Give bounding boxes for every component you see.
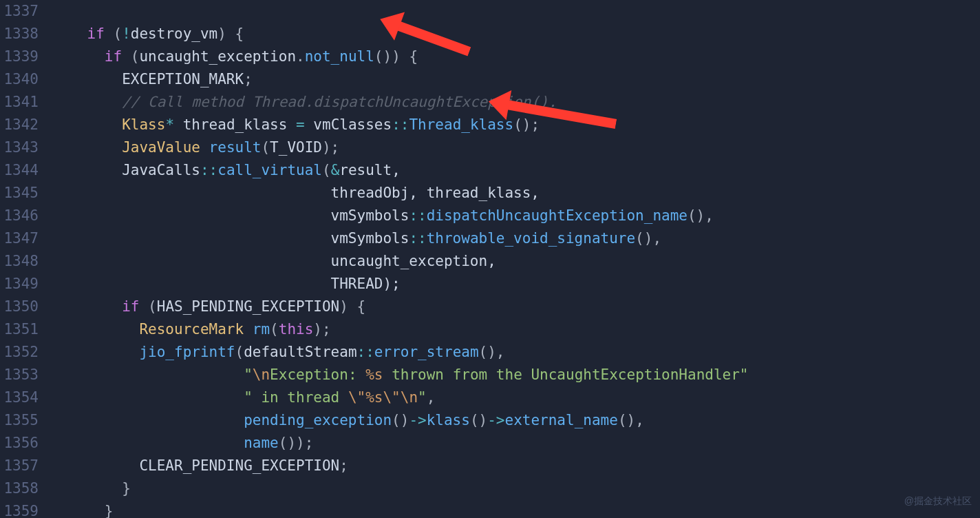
token-ident: T_VOID (270, 139, 322, 156)
token-punct: (), (618, 412, 644, 428)
token-ident (52, 162, 122, 178)
line-number: 1345 (0, 182, 39, 205)
code-line[interactable]: vmSymbols::throwable_void_signature(), (52, 227, 980, 250)
code-line[interactable]: JavaCalls::call_virtual(&result, (52, 159, 980, 182)
token-ident (52, 457, 139, 474)
line-number: 1343 (0, 136, 39, 159)
code-line[interactable]: // Call method Thread.dispatchUncaughtEx… (52, 91, 980, 114)
token-fn: klass (427, 412, 470, 428)
token-punct: (), (635, 230, 661, 247)
code-line[interactable]: if (uncaught_exception.not_null()) { (52, 45, 980, 68)
token-ident: uncaught_exception (139, 48, 296, 65)
code-line[interactable]: ResourceMark rm(this); (52, 318, 980, 341)
token-punct: () (470, 412, 487, 428)
token-ident: uncaught_exception, (331, 253, 496, 269)
token-op: ! (122, 25, 131, 42)
line-number: 1348 (0, 250, 39, 273)
token-ident: thread_klass (174, 116, 296, 133)
token-punct: (); (513, 116, 540, 133)
token-fn: throwable_void_signature (427, 230, 635, 247)
token-punct: ()) { (374, 48, 418, 65)
code-line[interactable]: CLEAR_PENDING_EXCEPTION; (52, 455, 980, 477)
token-op: :: (392, 116, 409, 133)
token-str: thrown from the UncaughtExceptionHandler… (383, 366, 748, 383)
code-line[interactable]: JavaValue result(T_VOID); (52, 136, 980, 159)
code-line[interactable]: jio_fprintf(defaultStream::error_stream(… (52, 341, 980, 364)
line-number: 1349 (0, 273, 39, 296)
code-line[interactable]: threadObj, thread_klass, (52, 182, 980, 205)
token-fn: Thread_klass (409, 116, 513, 133)
line-number: 1346 (0, 205, 39, 227)
line-number: 1358 (0, 477, 39, 500)
token-ident: threadObj, thread_klass, (331, 185, 540, 201)
token-ident: CLEAR_PENDING_EXCEPTION (139, 457, 339, 474)
code-line[interactable]: " in thread \"%s\"\n", (52, 386, 980, 409)
token-str: " (418, 389, 427, 406)
token-op: :: (409, 230, 426, 247)
line-number: 1352 (0, 341, 39, 364)
token-ident: result, (339, 162, 401, 178)
token-punct: } (105, 503, 114, 518)
token-fn: external_name (505, 412, 618, 428)
token-punct: ; (244, 71, 253, 87)
code-content[interactable]: if (!destroy_vm) { if (uncaught_exceptio… (47, 0, 980, 518)
token-ident (52, 298, 122, 315)
token-ident: JavaCalls (122, 162, 200, 178)
token-punct: , (427, 389, 436, 406)
token-fn: call_virtual (217, 162, 322, 178)
token-punct: ( (122, 48, 139, 65)
token-fmt: \" (348, 389, 365, 406)
code-line[interactable]: pending_exception()->klass()->external_n… (52, 409, 980, 432)
token-fn: error_stream (374, 344, 479, 360)
token-ident (52, 276, 331, 292)
token-op: -> (409, 412, 426, 428)
code-line[interactable] (52, 0, 980, 23)
token-punct: . (296, 48, 305, 65)
line-number: 1356 (0, 432, 39, 455)
line-number: 1351 (0, 318, 39, 341)
token-ident (52, 185, 331, 201)
token-op: & (331, 162, 340, 178)
token-fn: rm (253, 321, 270, 338)
code-line[interactable]: name()); (52, 432, 980, 455)
code-editor: 1337133813391340134113421343134413451346… (0, 0, 980, 518)
token-ident (52, 253, 331, 269)
token-ident: THREAD); (331, 276, 401, 292)
code-line[interactable]: if (!destroy_vm) { (52, 23, 980, 45)
token-op: :: (409, 207, 426, 224)
token-fmt: %s (365, 366, 383, 383)
code-line[interactable]: "\nException: %s thrown from the Uncaugh… (52, 364, 980, 386)
code-line[interactable]: } (52, 477, 980, 500)
token-punct: ( (139, 298, 156, 315)
token-op: * (165, 116, 174, 133)
token-str: Exception: (270, 366, 365, 383)
token-punct: ( (235, 344, 244, 360)
code-line[interactable]: EXCEPTION_MARK; (52, 68, 980, 91)
code-line[interactable]: } (52, 500, 980, 518)
code-line[interactable]: if (HAS_PENDING_EXCEPTION) { (52, 296, 980, 318)
token-punct: ); (322, 139, 339, 156)
token-ident (52, 480, 122, 497)
token-ident (52, 503, 105, 518)
token-punct: ; (339, 457, 348, 474)
line-number: 1359 (0, 500, 39, 518)
line-number-gutter: 1337133813391340134113421343134413451346… (0, 0, 47, 518)
line-number: 1347 (0, 227, 39, 250)
token-fn: result (209, 139, 262, 156)
code-line[interactable]: Klass* thread_klass = vmClasses::Thread_… (52, 114, 980, 136)
token-kw: if (105, 48, 122, 65)
token-type: ResourceMark (139, 321, 252, 338)
token-ident (52, 366, 244, 383)
code-line[interactable]: vmSymbols::dispatchUncaughtException_nam… (52, 205, 980, 227)
line-number: 1353 (0, 364, 39, 386)
token-op: :: (357, 344, 374, 360)
token-type: JavaValue (122, 139, 209, 156)
token-op: = (296, 116, 305, 133)
code-line[interactable]: uncaught_exception, (52, 250, 980, 273)
token-ident (52, 344, 139, 360)
code-line[interactable]: THREAD); (52, 273, 980, 296)
token-punct: ) { (217, 25, 244, 42)
line-number: 1341 (0, 91, 39, 114)
token-punct: ( (322, 162, 331, 178)
token-ident: defaultStream (244, 344, 356, 360)
